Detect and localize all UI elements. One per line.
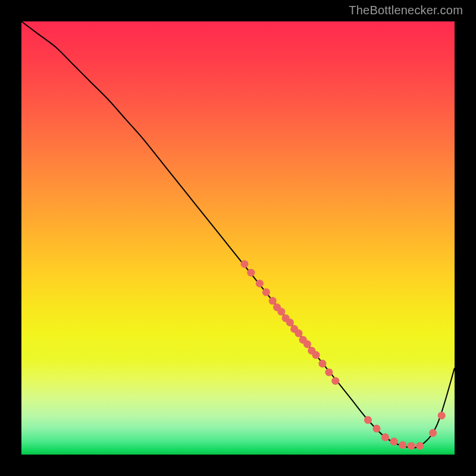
data-marker (331, 377, 339, 385)
data-marker (429, 429, 437, 437)
plot-area (21, 21, 455, 455)
data-marker (372, 425, 380, 433)
data-marker (269, 297, 277, 305)
data-marker (240, 260, 248, 268)
data-marker (325, 368, 333, 376)
line-series (21, 21, 455, 448)
data-marker (295, 330, 302, 337)
data-marker (318, 360, 326, 368)
curve-path (21, 21, 455, 448)
chart-container: TheBottlenecker.com (0, 0, 476, 476)
data-marker (390, 438, 398, 446)
marker-series (240, 260, 445, 450)
data-marker (247, 269, 255, 277)
data-marker (438, 412, 446, 419)
data-marker (416, 442, 424, 450)
data-marker (303, 340, 311, 348)
data-marker (408, 442, 415, 450)
data-marker (381, 433, 389, 441)
attribution-text: TheBottlenecker.com (349, 4, 463, 17)
data-marker (256, 280, 264, 287)
data-marker (364, 416, 372, 424)
chart-svg (21, 21, 455, 455)
data-marker (312, 351, 320, 359)
data-marker (277, 308, 285, 315)
data-marker (262, 288, 270, 296)
data-marker (286, 318, 294, 326)
data-marker (399, 441, 406, 449)
